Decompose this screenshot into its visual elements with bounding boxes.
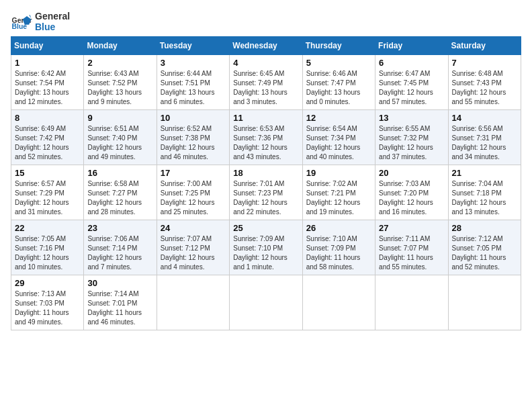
- calendar-week-4: 22Sunrise: 7:05 AMSunset: 7:16 PMDayligh…: [11, 220, 521, 275]
- calendar-cell: 4Sunrise: 6:45 AMSunset: 7:49 PMDaylight…: [230, 55, 302, 110]
- day-info: Sunrise: 6:54 AMSunset: 7:34 PMDaylight:…: [306, 124, 371, 162]
- day-info: Sunrise: 6:47 AMSunset: 7:45 PMDaylight:…: [379, 69, 444, 107]
- calendar-cell: 13Sunrise: 6:55 AMSunset: 7:32 PMDayligh…: [375, 110, 448, 165]
- calendar-table: SundayMondayTuesdayWednesdayThursdayFrid…: [11, 36, 521, 330]
- calendar-week-5: 29Sunrise: 7:13 AMSunset: 7:03 PMDayligh…: [11, 275, 521, 330]
- day-number: 13: [379, 113, 444, 123]
- logo-name-blue: Blue: [35, 21, 70, 32]
- weekday-monday: Monday: [84, 37, 157, 55]
- day-number: 27: [379, 223, 444, 233]
- calendar-cell: 20Sunrise: 7:03 AMSunset: 7:20 PMDayligh…: [375, 165, 448, 220]
- calendar-cell: 18Sunrise: 7:01 AMSunset: 7:23 PMDayligh…: [230, 165, 302, 220]
- weekday-sunday: Sunday: [11, 37, 84, 55]
- day-number: 2: [87, 58, 152, 68]
- day-number: 15: [15, 168, 80, 178]
- calendar-cell: [302, 275, 375, 330]
- calendar-cell: 17Sunrise: 7:00 AMSunset: 7:25 PMDayligh…: [157, 165, 229, 220]
- calendar-cell: 3Sunrise: 6:44 AMSunset: 7:51 PMDaylight…: [157, 55, 229, 110]
- calendar-body: 1Sunrise: 6:42 AMSunset: 7:54 PMDaylight…: [11, 55, 521, 330]
- day-info: Sunrise: 6:48 AMSunset: 7:43 PMDaylight:…: [452, 69, 517, 107]
- day-number: 7: [452, 58, 517, 68]
- day-number: 28: [452, 223, 517, 233]
- day-info: Sunrise: 6:42 AMSunset: 7:54 PMDaylight:…: [15, 69, 80, 107]
- day-info: Sunrise: 7:01 AMSunset: 7:23 PMDaylight:…: [233, 179, 298, 217]
- day-info: Sunrise: 7:14 AMSunset: 7:01 PMDaylight:…: [87, 289, 152, 327]
- day-number: 3: [161, 58, 226, 68]
- day-info: Sunrise: 7:04 AMSunset: 7:18 PMDaylight:…: [452, 179, 517, 217]
- calendar-cell: 27Sunrise: 7:11 AMSunset: 7:07 PMDayligh…: [375, 220, 448, 275]
- day-number: 18: [233, 168, 298, 178]
- day-number: 14: [452, 113, 517, 123]
- calendar-cell: 9Sunrise: 6:51 AMSunset: 7:40 PMDaylight…: [84, 110, 157, 165]
- calendar-cell: 29Sunrise: 7:13 AMSunset: 7:03 PMDayligh…: [11, 275, 84, 330]
- day-number: 4: [233, 58, 298, 68]
- day-number: 24: [161, 223, 226, 233]
- day-number: 26: [306, 223, 371, 233]
- day-info: Sunrise: 6:51 AMSunset: 7:40 PMDaylight:…: [87, 124, 152, 162]
- calendar-week-2: 8Sunrise: 6:49 AMSunset: 7:42 PMDaylight…: [11, 110, 521, 165]
- day-info: Sunrise: 7:10 AMSunset: 7:09 PMDaylight:…: [306, 234, 371, 272]
- day-number: 5: [306, 58, 371, 68]
- calendar-cell: 2Sunrise: 6:43 AMSunset: 7:52 PMDaylight…: [84, 55, 157, 110]
- day-number: 25: [233, 223, 298, 233]
- day-number: 10: [161, 113, 226, 123]
- day-info: Sunrise: 7:11 AMSunset: 7:07 PMDaylight:…: [379, 234, 444, 272]
- weekday-friday: Friday: [375, 37, 448, 55]
- day-info: Sunrise: 6:55 AMSunset: 7:32 PMDaylight:…: [379, 124, 444, 162]
- calendar-cell: 12Sunrise: 6:54 AMSunset: 7:34 PMDayligh…: [302, 110, 375, 165]
- day-info: Sunrise: 7:13 AMSunset: 7:03 PMDaylight:…: [15, 289, 80, 327]
- day-info: Sunrise: 7:00 AMSunset: 7:25 PMDaylight:…: [161, 179, 226, 217]
- day-info: Sunrise: 7:09 AMSunset: 7:10 PMDaylight:…: [233, 234, 298, 272]
- calendar-cell: 23Sunrise: 7:06 AMSunset: 7:14 PMDayligh…: [84, 220, 157, 275]
- calendar-cell: 28Sunrise: 7:12 AMSunset: 7:05 PMDayligh…: [448, 220, 521, 275]
- day-number: 11: [233, 113, 298, 123]
- calendar-cell: 26Sunrise: 7:10 AMSunset: 7:09 PMDayligh…: [302, 220, 375, 275]
- day-number: 9: [87, 113, 152, 123]
- day-number: 23: [87, 223, 152, 233]
- day-info: Sunrise: 6:52 AMSunset: 7:38 PMDaylight:…: [161, 124, 226, 162]
- day-info: Sunrise: 7:12 AMSunset: 7:05 PMDaylight:…: [452, 234, 517, 272]
- day-info: Sunrise: 6:43 AMSunset: 7:52 PMDaylight:…: [87, 69, 152, 107]
- day-number: 6: [379, 58, 444, 68]
- day-number: 8: [15, 113, 80, 123]
- day-number: 21: [452, 168, 517, 178]
- calendar-cell: 25Sunrise: 7:09 AMSunset: 7:10 PMDayligh…: [230, 220, 302, 275]
- day-number: 12: [306, 113, 371, 123]
- calendar-cell: 19Sunrise: 7:02 AMSunset: 7:21 PMDayligh…: [302, 165, 375, 220]
- day-info: Sunrise: 6:56 AMSunset: 7:31 PMDaylight:…: [452, 124, 517, 162]
- logo-name-general: General: [35, 11, 70, 21]
- calendar-cell: 6Sunrise: 6:47 AMSunset: 7:45 PMDaylight…: [375, 55, 448, 110]
- day-number: 19: [306, 168, 371, 178]
- calendar-cell: 7Sunrise: 6:48 AMSunset: 7:43 PMDaylight…: [448, 55, 521, 110]
- weekday-saturday: Saturday: [448, 37, 521, 55]
- weekday-tuesday: Tuesday: [157, 37, 229, 55]
- day-info: Sunrise: 6:57 AMSunset: 7:29 PMDaylight:…: [15, 179, 80, 217]
- day-info: Sunrise: 7:02 AMSunset: 7:21 PMDaylight:…: [306, 179, 371, 217]
- weekday-wednesday: Wednesday: [230, 37, 302, 55]
- day-number: 1: [15, 58, 80, 68]
- day-number: 20: [379, 168, 444, 178]
- day-info: Sunrise: 6:58 AMSunset: 7:27 PMDaylight:…: [87, 179, 152, 217]
- day-number: 22: [15, 223, 80, 233]
- weekday-thursday: Thursday: [302, 37, 375, 55]
- day-info: Sunrise: 7:03 AMSunset: 7:20 PMDaylight:…: [379, 179, 444, 217]
- calendar-cell: [448, 275, 521, 330]
- page-header: General Blue General Blue: [11, 11, 521, 32]
- calendar-cell: 15Sunrise: 6:57 AMSunset: 7:29 PMDayligh…: [11, 165, 84, 220]
- day-number: 16: [87, 168, 152, 178]
- day-info: Sunrise: 6:49 AMSunset: 7:42 PMDaylight:…: [15, 124, 80, 162]
- day-info: Sunrise: 6:44 AMSunset: 7:51 PMDaylight:…: [161, 69, 226, 107]
- day-info: Sunrise: 7:05 AMSunset: 7:16 PMDaylight:…: [15, 234, 80, 272]
- calendar-week-1: 1Sunrise: 6:42 AMSunset: 7:54 PMDaylight…: [11, 55, 521, 110]
- calendar-cell: 8Sunrise: 6:49 AMSunset: 7:42 PMDaylight…: [11, 110, 84, 165]
- calendar-cell: [157, 275, 229, 330]
- day-info: Sunrise: 7:06 AMSunset: 7:14 PMDaylight:…: [87, 234, 152, 272]
- calendar-cell: 16Sunrise: 6:58 AMSunset: 7:27 PMDayligh…: [84, 165, 157, 220]
- day-number: 30: [87, 278, 152, 288]
- logo: General Blue General Blue: [11, 11, 70, 32]
- day-info: Sunrise: 6:45 AMSunset: 7:49 PMDaylight:…: [233, 69, 298, 107]
- calendar-week-3: 15Sunrise: 6:57 AMSunset: 7:29 PMDayligh…: [11, 165, 521, 220]
- day-info: Sunrise: 6:53 AMSunset: 7:36 PMDaylight:…: [233, 124, 298, 162]
- calendar-cell: 1Sunrise: 6:42 AMSunset: 7:54 PMDaylight…: [11, 55, 84, 110]
- day-number: 17: [161, 168, 226, 178]
